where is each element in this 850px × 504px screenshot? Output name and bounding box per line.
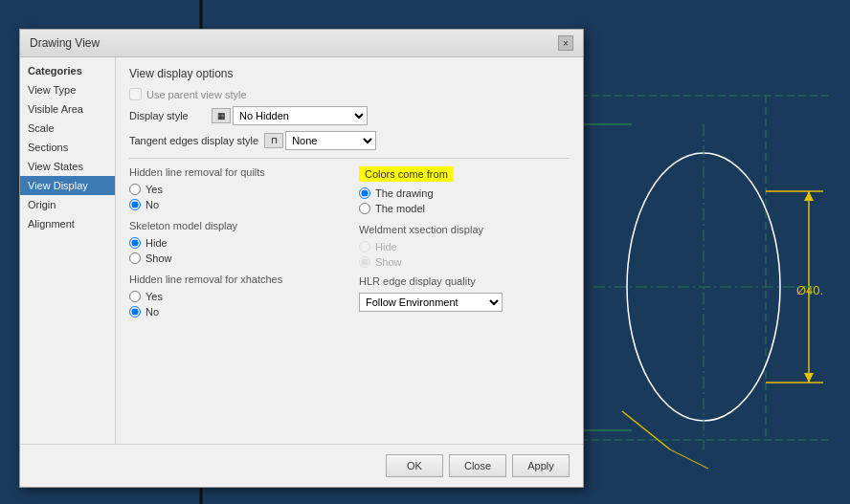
tangent-edges-label: Tangent edges display style bbox=[129, 135, 258, 146]
xhatch-no-radio[interactable] bbox=[129, 306, 141, 318]
colors-model-radio[interactable] bbox=[359, 203, 370, 214]
hidden-line-yes-radio[interactable] bbox=[129, 184, 141, 195]
divider-1 bbox=[129, 158, 570, 159]
dialog-titlebar: Drawing View × bbox=[20, 30, 583, 57]
two-column-section: Hidden line removal for quilts Yes No Sk… bbox=[129, 166, 570, 321]
weldment-show-row: Show bbox=[359, 256, 570, 268]
svg-line-16 bbox=[622, 411, 670, 449]
hlr-select[interactable]: Follow Environment Low High bbox=[359, 293, 503, 312]
hidden-line-no-label: No bbox=[145, 199, 159, 210]
hidden-line-yes-row: Yes bbox=[129, 184, 340, 195]
display-style-dropdown-wrapper: ▦ No Hidden Hidden Lines Removed Hidden … bbox=[212, 106, 368, 125]
left-column: Hidden line removal for quilts Yes No Sk… bbox=[129, 166, 340, 321]
main-content: View display options Use parent view sty… bbox=[116, 57, 583, 444]
sidebar: Categories View Type Visible Area Scale … bbox=[20, 57, 116, 444]
display-style-select[interactable]: No Hidden Hidden Lines Removed Hidden Li… bbox=[233, 106, 368, 125]
skeleton-show-row: Show bbox=[129, 252, 340, 264]
tangent-edges-row: Tangent edges display style ⊓ None Tange… bbox=[129, 131, 570, 150]
sidebar-item-origin[interactable]: Origin bbox=[20, 195, 115, 214]
weldment-section: Weldment xsection display Hide Show bbox=[359, 224, 570, 268]
svg-point-5 bbox=[627, 153, 780, 421]
weldment-show-radio[interactable] bbox=[359, 256, 370, 268]
use-parent-view-style-label[interactable]: Use parent view style bbox=[129, 88, 247, 100]
hlr-edge-label: HLR edge display quality bbox=[359, 275, 570, 287]
use-parent-view-style-checkbox[interactable] bbox=[129, 88, 142, 100]
colors-come-from-label: Colors come from bbox=[359, 166, 454, 182]
dialog-title: Drawing View bbox=[30, 36, 100, 50]
sidebar-item-alignment[interactable]: Alignment bbox=[20, 214, 115, 233]
hlr-dropdown-row: Follow Environment Low High bbox=[359, 293, 570, 312]
skeleton-hide-row: Hide bbox=[129, 237, 340, 249]
display-style-label: Display style bbox=[129, 110, 206, 121]
dialog-footer: OK Close Apply bbox=[20, 444, 583, 486]
drawing-view-dialog: Drawing View × Categories View Type Visi… bbox=[19, 29, 584, 488]
colors-drawing-row: The drawing bbox=[359, 187, 570, 199]
weldment-hide-radio[interactable] bbox=[359, 241, 370, 252]
sidebar-item-view-display[interactable]: View Display bbox=[20, 176, 115, 195]
display-style-row: Display style ▦ No Hidden Hidden Lines R… bbox=[129, 106, 570, 125]
weldment-hide-label: Hide bbox=[375, 241, 397, 252]
tangent-edges-select[interactable]: None Tangent Lines Font bbox=[285, 131, 376, 150]
right-column: Colors come from The drawing The model W… bbox=[359, 166, 570, 321]
sidebar-item-scale[interactable]: Scale bbox=[20, 119, 115, 138]
sidebar-item-view-type[interactable]: View Type bbox=[20, 80, 115, 99]
apply-button[interactable]: Apply bbox=[512, 454, 570, 477]
sidebar-item-sections[interactable]: Sections bbox=[20, 138, 115, 157]
xhatches-section: Hidden line removal for xhatches Yes No bbox=[129, 274, 340, 318]
hidden-line-quilts-label: Hidden line removal for quilts bbox=[129, 166, 340, 178]
weldment-show-label: Show bbox=[375, 256, 402, 268]
sidebar-item-view-states[interactable]: View States bbox=[20, 157, 115, 176]
weldment-label: Weldment xsection display bbox=[359, 224, 570, 235]
xhatch-yes-row: Yes bbox=[129, 291, 340, 302]
svg-text:Ø40.: Ø40. bbox=[796, 283, 823, 297]
view-display-options-title: View display options bbox=[129, 67, 570, 80]
display-style-icon: ▦ bbox=[212, 108, 231, 123]
hlr-section: HLR edge display quality Follow Environm… bbox=[359, 275, 570, 312]
xhatch-yes-radio[interactable] bbox=[129, 291, 141, 302]
ok-button[interactable]: OK bbox=[386, 454, 443, 477]
xhatches-label: Hidden line removal for xhatches bbox=[129, 274, 340, 285]
hidden-line-no-radio[interactable] bbox=[129, 199, 141, 210]
xhatch-yes-label: Yes bbox=[145, 291, 163, 302]
colors-drawing-label: The drawing bbox=[375, 187, 434, 199]
tangent-edges-dropdown-wrapper: ⊓ None Tangent Lines Font bbox=[264, 131, 376, 150]
dialog-body: Categories View Type Visible Area Scale … bbox=[20, 57, 583, 444]
tangent-edges-icon: ⊓ bbox=[264, 133, 283, 148]
svg-line-17 bbox=[670, 449, 708, 469]
skeleton-show-label: Show bbox=[145, 252, 172, 264]
close-icon[interactable]: × bbox=[558, 35, 573, 51]
hidden-line-no-row: No bbox=[129, 199, 340, 210]
close-button[interactable]: Close bbox=[449, 454, 506, 477]
colors-model-row: The model bbox=[359, 203, 570, 214]
use-parent-view-style-row: Use parent view style bbox=[129, 88, 570, 100]
skeleton-hide-radio[interactable] bbox=[129, 237, 141, 249]
categories-label: Categories bbox=[20, 61, 115, 80]
xhatch-no-label: No bbox=[145, 306, 159, 318]
svg-marker-10 bbox=[804, 373, 814, 383]
skeleton-label: Skeleton model display bbox=[129, 220, 340, 231]
skeleton-section: Skeleton model display Hide Show bbox=[129, 220, 340, 264]
skeleton-hide-label: Hide bbox=[145, 237, 168, 249]
svg-marker-9 bbox=[804, 191, 814, 201]
skeleton-show-radio[interactable] bbox=[129, 252, 141, 264]
sidebar-item-visible-area[interactable]: Visible Area bbox=[20, 99, 115, 119]
weldment-hide-row: Hide bbox=[359, 241, 570, 252]
colors-drawing-radio[interactable] bbox=[359, 187, 370, 199]
hidden-line-yes-label: Yes bbox=[145, 184, 163, 195]
xhatch-no-row: No bbox=[129, 306, 340, 318]
colors-model-label: The model bbox=[375, 203, 425, 214]
